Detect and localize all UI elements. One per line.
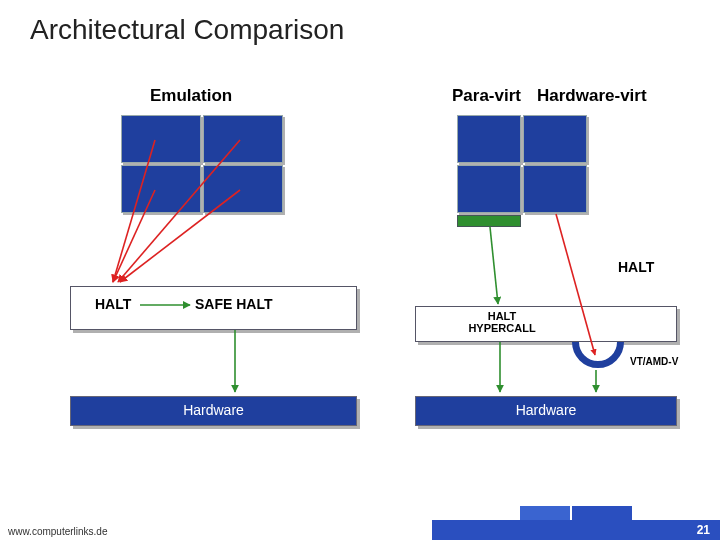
slide-title: Architectural Comparison <box>30 14 344 46</box>
hypervisor-box <box>415 306 677 342</box>
heading-hardware-virt: Hardware-virt <box>537 86 647 106</box>
vm-box <box>121 165 201 213</box>
arrow-overlay <box>0 0 720 540</box>
vm-box <box>457 115 521 163</box>
label-halt-hypercall: HALT HYPERCALL <box>462 310 542 334</box>
footer-accent <box>572 506 632 520</box>
page-number: 21 <box>697 523 710 537</box>
label-vt-amd-v: VT/AMD-V <box>630 356 678 367</box>
footer-url: www.computerlinks.de <box>8 526 107 537</box>
vm-box <box>523 115 587 163</box>
label-halt-left: HALT <box>95 296 131 312</box>
footer-accent <box>520 506 570 520</box>
hardware-bar-left: Hardware <box>70 396 357 426</box>
footer-bar <box>0 520 720 540</box>
vm-box <box>203 115 283 163</box>
vm-box <box>457 165 521 213</box>
label-halt-right: HALT <box>618 259 654 275</box>
hardware-bar-right: Hardware <box>415 396 677 426</box>
vm-box <box>203 165 283 213</box>
vm-box <box>523 165 587 213</box>
svg-line-6 <box>490 227 498 304</box>
vm-box <box>121 115 201 163</box>
paravirt-shim <box>457 215 521 227</box>
heading-emulation: Emulation <box>150 86 232 106</box>
label-safe-halt: SAFE HALT <box>195 296 273 312</box>
heading-para-virt: Para-virt <box>452 86 521 106</box>
vt-cutout-icon <box>572 342 624 368</box>
